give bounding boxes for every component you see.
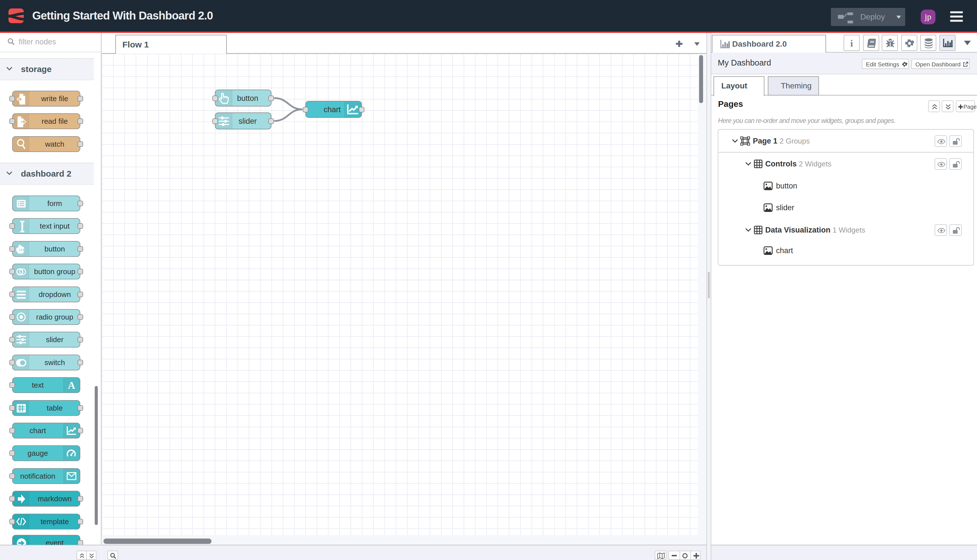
svg-text:A: A	[68, 380, 75, 391]
